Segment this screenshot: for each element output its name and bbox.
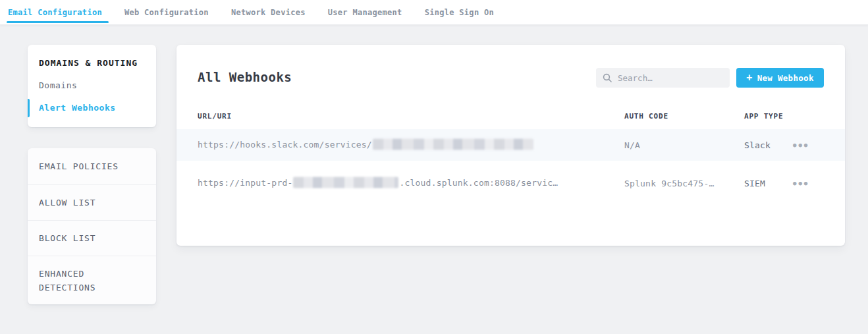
table-row: https://input-prd-.cloud.splunk.com:8088…: [176, 167, 845, 199]
row-actions-ellipsis-icon[interactable]: ●●●: [790, 176, 812, 190]
search-icon: [603, 73, 612, 82]
new-webhook-button[interactable]: + New Webhook: [736, 68, 824, 88]
column-header-app-type: APP TYPE: [744, 111, 783, 123]
sidebar-item-enhanced-detections[interactable]: ENHANCED DETECTIONS: [28, 256, 156, 304]
sidebar-sections-card: EMAIL POLICIES ALLOW LIST BLOCK LIST ENH…: [28, 148, 156, 304]
new-webhook-button-label: New Webhook: [757, 73, 814, 83]
tab-user-management[interactable]: User Management: [327, 0, 404, 24]
app-type-cell: SIEM: [744, 179, 765, 188]
all-webhooks-panel: All Webhooks + New Webhook URL/URI AUTH …: [176, 45, 845, 246]
sidebar-item-domains[interactable]: Domains: [28, 80, 156, 92]
sidebar-group-header: DOMAINS & ROUTING: [28, 57, 156, 69]
sidebar-item-allow-list[interactable]: ALLOW LIST: [28, 185, 156, 221]
auth-code-cell: Splunk 9c5bc475-…: [624, 179, 714, 188]
webhook-url-prefix: https://input-prd-: [198, 178, 292, 188]
search-box[interactable]: [596, 68, 730, 88]
webhook-url-cell: https://hooks.slack.com/services/: [198, 140, 534, 151]
tab-web-configuration[interactable]: Web Configuration: [123, 0, 210, 24]
redacted-url-segment: [293, 177, 398, 188]
app-type-cell: Slack: [744, 140, 771, 150]
search-input[interactable]: [618, 73, 717, 83]
column-header-url: URL/URI: [198, 111, 232, 123]
tab-network-devices[interactable]: Network Devices: [230, 0, 307, 24]
auth-code-cell: N/A: [624, 140, 640, 150]
sidebar-item-block-list[interactable]: BLOCK LIST: [28, 221, 156, 256]
plus-icon: +: [746, 73, 752, 83]
sidebar-item-alert-webhooks[interactable]: Alert Webhooks: [28, 102, 156, 114]
table-row: https://hooks.slack.com/services/ N/A Sl…: [176, 129, 845, 161]
tab-single-sign-on[interactable]: Single Sign On: [423, 0, 495, 24]
top-nav: Email Configuration Web Configuration Ne…: [0, 0, 868, 25]
webhook-url-suffix: .cloud.splunk.com:8088/servic…: [399, 178, 558, 188]
webhook-url-prefix: https://hooks.slack.com/services/: [198, 140, 372, 150]
column-header-auth-code: AUTH CODE: [624, 111, 668, 123]
row-actions-ellipsis-icon[interactable]: ●●●: [790, 138, 812, 152]
tab-email-configuration[interactable]: Email Configuration: [7, 0, 103, 24]
sidebar-item-email-policies[interactable]: EMAIL POLICIES: [28, 148, 156, 185]
webhook-url-cell: https://input-prd-.cloud.splunk.com:8088…: [198, 178, 558, 189]
table-header-row: URL/URI AUTH CODE APP TYPE: [176, 111, 845, 123]
email-security-admin-page: Email Configuration Web Configuration Ne…: [0, 0, 868, 334]
redacted-url-segment: [373, 139, 533, 150]
sidebar-domains-routing-card: DOMAINS & ROUTING Domains Alert Webhooks: [28, 45, 156, 127]
page-title: All Webhooks: [198, 70, 292, 84]
